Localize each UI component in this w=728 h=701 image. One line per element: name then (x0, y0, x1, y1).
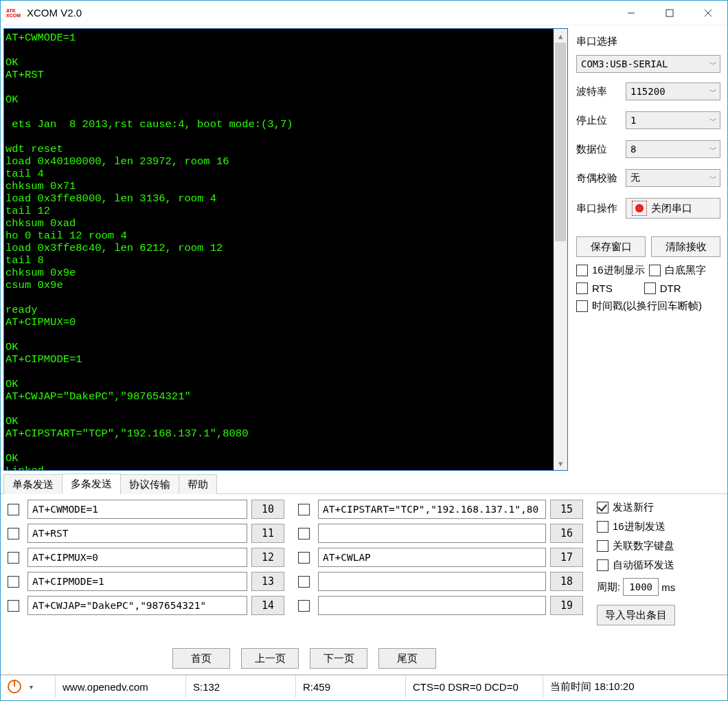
ms-checkbox[interactable] (8, 528, 19, 539)
nav-last-button[interactable]: 尾页 (378, 648, 436, 669)
ms-send-button[interactable]: 19 (550, 596, 583, 615)
status-time: 当前时间 18:10:20 (543, 676, 727, 698)
ms-input[interactable] (27, 500, 247, 519)
rts-checkbox[interactable] (576, 282, 588, 294)
ms-checkbox[interactable] (298, 504, 310, 515)
save-window-button[interactable]: 保存窗口 (576, 236, 646, 257)
multi-send-row: 18 (298, 572, 583, 591)
white-bg-checkbox[interactable] (649, 265, 661, 276)
multi-send-row: 12 (8, 548, 284, 567)
tab-protocol[interactable]: 协议传输 (120, 474, 179, 494)
ms-send-button[interactable]: 12 (251, 548, 284, 567)
autoloop-checkbox[interactable] (597, 559, 608, 571)
status-url[interactable]: www.openedv.com (56, 676, 186, 698)
baud-select[interactable]: 115200﹀ (626, 82, 720, 100)
scrollbar-thumb[interactable] (555, 43, 566, 241)
close-button[interactable] (689, 1, 727, 25)
status-send-count: S:132 (186, 676, 296, 698)
ms-send-button[interactable]: 18 (550, 572, 583, 591)
ms-send-button[interactable]: 14 (251, 596, 284, 615)
send-newline-checkbox[interactable] (597, 502, 608, 513)
close-port-button[interactable]: 关闭串口 (626, 198, 720, 219)
period-input[interactable] (623, 578, 659, 596)
status-signals: CTS=0 DSR=0 DCD=0 (406, 676, 543, 698)
ms-input[interactable] (318, 596, 546, 615)
ms-send-button[interactable]: 13 (251, 572, 284, 591)
ms-checkbox[interactable] (8, 504, 19, 515)
hex-display-checkbox[interactable] (576, 265, 588, 276)
ms-checkbox[interactable] (298, 600, 310, 612)
maximize-button[interactable] (650, 1, 689, 25)
tab-help[interactable]: 帮助 (179, 474, 217, 494)
nav-prev-button[interactable]: 上一页 (241, 648, 299, 669)
ms-checkbox[interactable] (8, 552, 19, 564)
power-icon[interactable] (8, 680, 21, 693)
tab-multi-send[interactable]: 多条发送 (62, 474, 121, 494)
ms-input[interactable] (318, 572, 546, 591)
record-icon (632, 201, 647, 216)
multi-send-row: 19 (298, 596, 583, 615)
multi-send-row: 11 (8, 524, 284, 543)
terminal-output[interactable]: AT+CWMODE=1 OK AT+RST OK ets Jan 8 2013,… (4, 29, 554, 470)
ms-checkbox[interactable] (298, 552, 310, 564)
tab-single-send[interactable]: 单条发送 (3, 474, 62, 494)
import-export-button[interactable]: 导入导出条目 (597, 605, 675, 625)
port-select-label: 串口选择 (576, 35, 720, 48)
nav-first-button[interactable]: 首页 (172, 648, 230, 669)
multi-send-panel: 10 11 12 13 14 15 (1, 494, 727, 647)
ms-input[interactable] (27, 548, 247, 567)
parity-label: 奇偶校验 (576, 172, 626, 185)
ms-input[interactable] (318, 500, 546, 519)
parity-select[interactable]: 无﹀ (626, 169, 720, 187)
databits-select[interactable]: 8﹀ (626, 140, 720, 158)
ms-input[interactable] (318, 524, 546, 543)
timestamp-checkbox[interactable] (576, 300, 588, 312)
ms-checkbox[interactable] (298, 528, 310, 539)
chevron-down-icon: ﹀ (709, 87, 717, 97)
hex-send-checkbox[interactable] (597, 521, 608, 533)
numpad-checkbox[interactable] (597, 540, 608, 552)
app-logo: ATK XCOM (6, 5, 23, 21)
dtr-checkbox[interactable] (644, 282, 656, 294)
scroll-down-icon[interactable]: ▾ (554, 456, 567, 470)
chevron-down-icon: ﹀ (709, 59, 717, 69)
ms-checkbox[interactable] (298, 576, 310, 588)
send-tabs: 单条发送 多条发送 协议传输 帮助 (1, 474, 727, 494)
ms-send-button[interactable]: 17 (550, 548, 583, 567)
window-title: XCOM V2.0 (27, 7, 82, 19)
multi-send-col-left: 10 11 12 13 14 (8, 500, 284, 643)
multi-send-row: 15 (298, 500, 583, 519)
dropdown-icon[interactable]: ▾ (30, 683, 33, 691)
ms-input[interactable] (27, 596, 247, 615)
multi-send-row: 10 (8, 500, 284, 519)
serial-settings-panel: 串口选择 COM3:USB-SERIAL﹀ 波特率 115200﹀ 停止位 1﹀… (568, 28, 725, 471)
port-select[interactable]: COM3:USB-SERIAL﹀ (576, 55, 720, 73)
ms-input[interactable] (318, 548, 546, 567)
multi-send-row: 13 (8, 572, 284, 591)
stopbits-select[interactable]: 1﹀ (626, 111, 720, 129)
ms-input[interactable] (27, 572, 247, 591)
minimize-button[interactable] (612, 1, 650, 25)
svg-rect-1 (666, 10, 673, 16)
databits-label: 数据位 (576, 143, 626, 156)
terminal-panel: AT+CWMODE=1 OK AT+RST OK ets Jan 8 2013,… (3, 28, 568, 471)
ms-input[interactable] (27, 524, 247, 543)
ms-send-button[interactable]: 15 (550, 500, 583, 519)
ms-checkbox[interactable] (8, 600, 19, 612)
nav-next-button[interactable]: 下一页 (310, 648, 367, 669)
stopbits-label: 停止位 (576, 114, 626, 127)
page-nav: 首页 上一页 下一页 尾页 (1, 647, 727, 674)
terminal-scrollbar[interactable]: ▴ ▾ (554, 29, 567, 470)
clear-recv-button[interactable]: 清除接收 (651, 236, 720, 257)
ms-checkbox[interactable] (8, 576, 19, 588)
ms-send-button[interactable]: 16 (550, 524, 583, 543)
multi-send-options: 发送新行 16进制发送 关联数字键盘 自动循环发送 周期: ms 导入导出条目 (597, 500, 675, 643)
chevron-down-icon: ﹀ (709, 173, 717, 183)
statusbar: ▾ www.openedv.com S:132 R:459 CTS=0 DSR=… (1, 674, 727, 698)
ms-send-button[interactable]: 11 (251, 524, 284, 543)
ms-send-button[interactable]: 10 (251, 500, 284, 519)
port-op-label: 串口操作 (576, 202, 626, 215)
status-recv-count: R:459 (296, 676, 406, 698)
multi-send-row: 14 (8, 596, 284, 615)
scroll-up-icon[interactable]: ▴ (554, 29, 567, 43)
